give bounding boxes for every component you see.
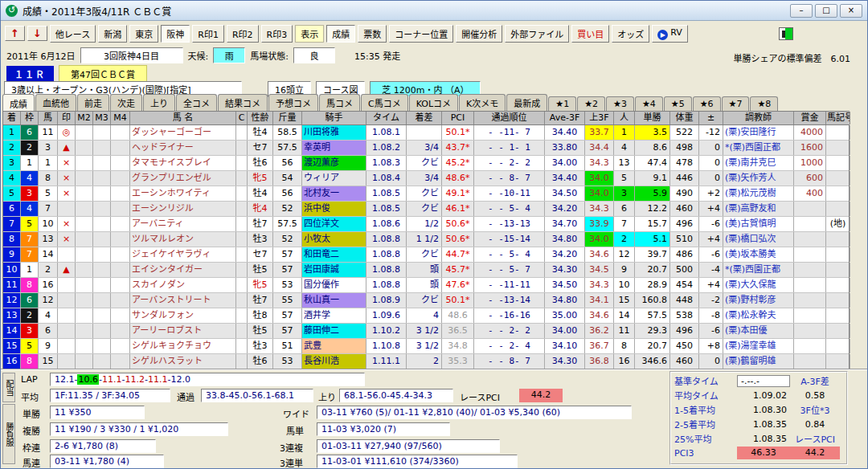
- table-row[interactable]: 12612アーバンストリート牡755秋山真一1.08.9クビ50.1*- -13…: [3, 293, 849, 308]
- cell-passing: - -13-13: [474, 217, 545, 231]
- table-row[interactable]: 1324サンダルフォン牡857酒井学1.09.6448.6- -16-1635.…: [3, 308, 849, 324]
- cell-last3f: 34.1: [585, 293, 614, 308]
- cell-margin: クビ: [407, 186, 442, 201]
- cell-mark: ▲: [58, 263, 76, 277]
- tokyo-button[interactable]: 東京: [129, 25, 158, 43]
- cell-prize: [794, 232, 826, 247]
- col-header-trainer: 調教師: [723, 112, 794, 124]
- cell-weight: 57: [273, 263, 302, 277]
- table-row[interactable]: 311×タマモナイスブレイ牡656渡辺薫彦1.08.3クビ45.2*- - 2-…: [3, 156, 849, 171]
- cell-trainer: (栗)橋口弘次: [723, 232, 794, 247]
- stats-row: 2-5着平均1.08.350.84: [674, 417, 843, 431]
- weather-value: 雨: [213, 47, 245, 63]
- tab-結果コメ[interactable]: 結果コメ: [218, 94, 268, 111]
- table-row[interactable]: 535×エーシンホワイティ牡456北村友一1.08.5クビ49.1*- -10-…: [3, 186, 849, 202]
- cell-pop: 5: [614, 171, 635, 186]
- tab-★6[interactable]: ★6: [693, 96, 721, 111]
- tab-★1[interactable]: ★1: [548, 96, 576, 111]
- cell-ave3f: 34.70: [545, 217, 585, 231]
- table-row[interactable]: 7510×アーバニティ牡757.5四位洋文1.08.61/250.6*- -13…: [3, 217, 849, 232]
- cell-m4: [111, 278, 130, 292]
- table-row[interactable]: 1012▲エイシンタイガー牡557岩田康誠1.08.8頭45.7*- - 5- …: [3, 263, 849, 278]
- table-row[interactable]: 647エーシンリジル牝452浜中俊1.08.5クビ46.1*- - 5- 434…: [3, 202, 849, 217]
- tab-次走[interactable]: 次走: [110, 94, 142, 111]
- table-row[interactable]: 16815シゲルハスラット牡653長谷川浩1.11.1235.3- - 8- 7…: [3, 354, 849, 369]
- cell-pos: 14: [3, 324, 21, 338]
- table-row[interactable]: 9714ジェイケイヤラヴィセ757和田竜二1.08.8クビ44.7*- - 5-…: [3, 247, 849, 263]
- tab-★4[interactable]: ★4: [635, 96, 663, 111]
- rv-button[interactable]: ▶RV: [652, 25, 688, 43]
- cell-name: アーバニティ: [130, 217, 236, 231]
- tab-前走[interactable]: 前走: [77, 94, 109, 111]
- cell-waku: 1: [21, 263, 39, 277]
- cell-pci: 48.6: [442, 308, 474, 323]
- meeting-analysis-button[interactable]: 開催分析: [456, 25, 502, 43]
- cell-pos: 3: [3, 156, 21, 170]
- tab-最新成[interactable]: 最新成: [506, 94, 547, 111]
- cell-m3: [93, 278, 111, 292]
- wakuren-label: 枠連: [23, 441, 40, 454]
- cell-time: 1.08.1: [366, 125, 407, 140]
- cell-margin: クビ: [407, 293, 442, 308]
- odds-button[interactable]: オッズ: [612, 25, 649, 43]
- table-row[interactable]: 448×グランプリエンゼル牝554ウィリア1.08.43/448.6*- - 8…: [3, 171, 849, 186]
- rmark2-button[interactable]: R印2: [227, 25, 259, 43]
- next-race-button[interactable]: ↓: [27, 26, 47, 41]
- cell-last3f: 36.2: [585, 324, 614, 338]
- hanshin-button[interactable]: 阪神: [161, 25, 190, 43]
- cell-margin: 3/4: [407, 171, 442, 186]
- bet-selection-button[interactable]: 買い目: [571, 25, 609, 43]
- tab-C馬コメ[interactable]: C馬コメ: [361, 94, 408, 111]
- cell-trainer: (栗)鶴留明雄: [723, 354, 794, 369]
- side-tab-payout[interactable]: 配当: [2, 373, 15, 402]
- cell-c: [236, 186, 248, 201]
- corner-position-button[interactable]: コーナー位置: [389, 25, 453, 43]
- table-row[interactable]: 8713×ツルマルレオン牡352小牧太1.08.81 1/250.6*- -15…: [3, 232, 849, 247]
- tab-馬コメ[interactable]: 馬コメ: [319, 94, 360, 111]
- tab-★2[interactable]: ★2: [577, 96, 605, 111]
- cell-waku: 7: [21, 247, 39, 262]
- cell-weight: 55: [273, 293, 302, 308]
- close-button[interactable]: ×: [840, 4, 862, 18]
- cell-hweight: 448: [670, 293, 699, 308]
- cell-last3f: 34.3: [585, 202, 614, 216]
- rmark1-button[interactable]: R印1: [192, 25, 224, 43]
- tab-★5[interactable]: ★5: [664, 96, 692, 111]
- tab-成績[interactable]: 成績: [2, 94, 35, 112]
- rmark3-button[interactable]: R印3: [261, 25, 293, 43]
- tab-全コメ[interactable]: 全コメ: [176, 94, 217, 111]
- table-row[interactable]: 1611◎ダッシャーゴーゴー牡458.5川田将雅1.08.150.1*- -11…: [3, 125, 849, 141]
- votes-button[interactable]: 票数: [358, 25, 387, 43]
- external-file-button[interactable]: 外部ファイル: [505, 25, 569, 43]
- exit-button[interactable]: [779, 27, 793, 40]
- cell-trainer: *(栗)西園正都: [723, 263, 794, 277]
- cell-jockey: 秋山真一: [302, 293, 366, 308]
- stat-label: PCI3: [674, 448, 737, 459]
- tab-★7[interactable]: ★7: [722, 96, 750, 111]
- cell-mark: ×: [58, 186, 76, 201]
- cell-c: [236, 202, 248, 216]
- window-title: 成績・2011年3阪4/11R ＣＢＣ賞: [23, 4, 171, 18]
- results-button[interactable]: 成績: [326, 25, 355, 43]
- niigata-button[interactable]: 新潟: [98, 25, 127, 43]
- table-row[interactable]: 11816スカイノダン牝553国分優作1.08.8頭47.6*- -11-113…: [3, 278, 849, 293]
- cell-symbol: [826, 156, 850, 170]
- tab-K次メモ[interactable]: K次メモ: [459, 94, 506, 111]
- cell-passing: - - 8- 7: [474, 354, 545, 369]
- tab-上り[interactable]: 上り: [143, 94, 175, 111]
- minimize-button[interactable]: –: [790, 4, 813, 18]
- maximize-button[interactable]: □: [815, 4, 837, 18]
- passing-value: 33.8-45.0-56.1-68.1: [201, 389, 313, 402]
- table-row[interactable]: 1436アーリーロブスト牡557藤田伸二1.10.23 1/236.5- - 2…: [3, 324, 849, 339]
- other-races-button[interactable]: 他レース: [50, 25, 96, 43]
- side-tab-silks[interactable]: 勝負服: [2, 404, 15, 464]
- tab-★8[interactable]: ★8: [750, 96, 778, 111]
- table-row[interactable]: 223▲ヘッドライナーセ757.5幸英明1.08.23/443.7*- - 1-…: [3, 141, 849, 156]
- tab-血統他[interactable]: 血統他: [35, 94, 76, 111]
- tab-★3[interactable]: ★3: [606, 96, 634, 111]
- tab-予想コメ[interactable]: 予想コメ: [268, 94, 318, 111]
- cell-symbol: [826, 125, 850, 140]
- table-row[interactable]: 1559シゲルキョクチョウ牡351武豊1.10.83 1/234.8- - 2-…: [3, 339, 849, 354]
- prev-race-button[interactable]: ↑: [5, 26, 25, 41]
- tab-KOLコメ[interactable]: KOLコメ: [409, 94, 458, 111]
